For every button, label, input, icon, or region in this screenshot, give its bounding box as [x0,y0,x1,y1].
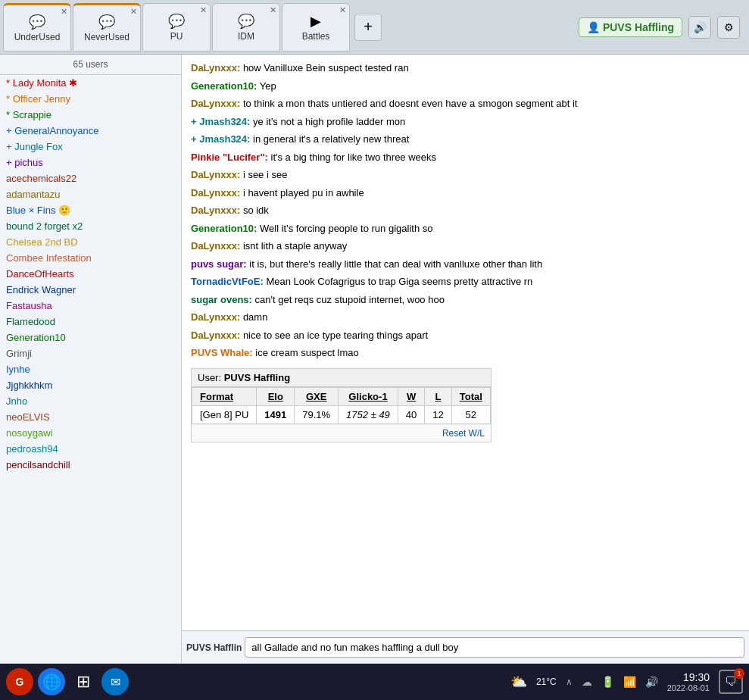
sidebar-user-item[interactable]: Grimji [0,345,181,361]
table-cell: 1491 [257,405,295,423]
table-row: [Gen 8] PU149179.1%1752 ± 49401252 [192,405,491,423]
audio-icon: 🔊 [694,21,707,33]
sidebar-user-item[interactable]: nosoygawi [0,425,181,441]
sidebar-user-item[interactable]: Blue × Fins 🙂 [0,202,181,218]
add-tab-button[interactable]: + [354,14,382,41]
table-header[interactable]: Elo [257,387,295,405]
stats-table-inner: FormatEloGXEGlicko-1WLTotal[Gen 8] PU149… [192,387,491,424]
tab-neverused-icon: 💬 [98,14,115,30]
reset-wl-button[interactable]: Reset W/L [192,424,491,442]
audio-button[interactable]: 🔊 [688,16,711,39]
taskbar: G 🌐 ⊞ ✉ ⛅ 21°C ∧ ☁ 🔋 📶 🔊 19:30 2022-08-0… [0,664,749,700]
sidebar-user-item[interactable]: Flamedood [0,314,181,330]
sidebar-user-item[interactable]: bound 2 forget x2 [0,218,181,234]
tab-idm[interactable]: ✕ 💬 IDM [212,3,280,52]
chat-input-field[interactable] [245,637,744,658]
sidebar-user-item[interactable]: adamantazu [0,186,181,202]
sidebar-user-item[interactable]: Generation10 [0,330,181,345]
sidebar-user-item[interactable]: + pichus [0,155,181,170]
sidebar-user-item[interactable]: + GeneralAnnoyance [0,123,181,139]
table-cell: 1752 ± 49 [339,405,398,423]
sidebar-user-item[interactable]: acechemicals22 [0,170,181,186]
settings-icon: ⚙ [724,21,734,33]
table-header[interactable]: Format [192,387,257,405]
sidebar-user-item[interactable]: DanceOfHearts [0,266,181,282]
chat-message: DaLynxxx: to think a mon thats untiered … [191,96,740,111]
chat-messages: DaLynxxx: how Vanilluxe Bein suspect tes… [182,55,749,630]
tab-underused-close[interactable]: ✕ [61,7,67,17]
sidebar-user-item[interactable]: + Jungle Fox [0,139,181,155]
tab-underused[interactable]: ✕ 💬 UnderUsed [3,3,71,52]
chat-message: sugar ovens: can't get reqs cuz stupoid … [191,292,740,308]
user-icon: 👤 [587,21,600,33]
tab-pu-label: PU [170,31,183,42]
tab-battles[interactable]: ✕ ▶ Battles [282,3,350,52]
tab-underused-label: UnderUsed [14,32,61,42]
sidebar-user-item[interactable]: neoELVIS [0,409,181,425]
sidebar-user-item[interactable]: pencilsandchill [0,457,181,473]
table-header[interactable]: GXE [295,387,339,405]
sidebar-user-item[interactable]: * Officer Jenny [0,91,181,107]
temperature: 21°C [536,677,557,687]
tab-neverused[interactable]: ✕ 💬 NeverUsed [73,3,141,52]
tab-neverused-close[interactable]: ✕ [130,7,137,17]
volume-icon: 🔊 [645,676,658,688]
table-cell: 12 [425,405,451,423]
chat-message: DaLynxxx: i see i see [191,167,740,183]
table-header[interactable]: L [425,387,451,405]
google-icon[interactable]: G [6,668,33,695]
table-header[interactable]: Glicko-1 [339,387,398,405]
tab-battles-label: Battles [302,31,330,42]
main-area: 65 users * Lady Monita ✱* Officer Jenny*… [0,55,749,664]
chat-message: DaLynxxx: nice to see an ice type tearin… [191,328,740,343]
taskbar-right: ⛅ 21°C ∧ ☁ 🔋 📶 🔊 19:30 2022-08-01 🗨 1 [510,670,743,694]
chat-area: DaLynxxx: how Vanilluxe Bein suspect tes… [182,55,749,664]
sidebar-user-item[interactable]: Jnho [0,393,181,409]
chat-message: TornadicVtFoE: Mean Look Cofagrigus to t… [191,274,740,289]
sidebar-user-item[interactable]: Chelsea 2nd BD [0,234,181,250]
sidebar-user-count: 65 users [0,55,181,75]
table-header[interactable]: W [398,387,424,405]
chat-message: puvs sugar: it is, but there's really li… [191,257,740,272]
sidebar-user-item[interactable]: * Scrappie [0,107,181,123]
table-cell: 52 [451,405,490,423]
header-right: 👤 PUVS Haffling 🔊 ⚙ [579,16,746,39]
tab-pu[interactable]: ✕ 💬 PU [142,3,211,52]
settings-button[interactable]: ⚙ [717,16,740,39]
stats-table: User: PUVS HafflingFormatEloGXEGlicko-1W… [191,368,492,442]
sidebar: 65 users * Lady Monita ✱* Officer Jenny*… [0,55,182,664]
sidebar-user-item[interactable]: Jjghkkhkm [0,377,181,393]
tab-battles-icon: ▶ [311,13,321,30]
taskbar-time: 19:30 2022-08-01 [667,671,710,692]
tab-battles-close[interactable]: ✕ [339,5,346,15]
up-arrow: ∧ [566,677,573,687]
sidebar-user-item[interactable]: Endrick Wagner [0,282,181,298]
chat-message: DaLynxxx: isnt lith a staple anyway [191,239,740,254]
windows-icon[interactable]: ⊞ [70,668,97,695]
tab-idm-close[interactable]: ✕ [270,5,276,15]
mail-icon[interactable]: ✉ [101,668,129,695]
chat-message: Generation10: Well it's forcing people t… [191,221,740,236]
chat-message: PUVS Whale: ice cream suspect lmao [191,345,740,361]
sidebar-user-item[interactable]: * Lady Monita ✱ [0,75,181,91]
chat-message: + Jmash324: in general it's a relatively… [191,132,740,147]
chat-input-bar: PUVS Hafflin [182,630,749,664]
chat-message: DaLynxxx: damn [191,310,740,325]
tab-pu-icon: 💬 [168,13,185,30]
tab-pu-close[interactable]: ✕ [200,5,207,15]
sidebar-user-item[interactable]: Combee Infestation [0,250,181,266]
weather-icon: ⛅ [510,673,527,690]
sidebar-user-item[interactable]: Iynhe [0,361,181,377]
sidebar-user-item[interactable]: pedroash94 [0,441,181,457]
chat-message: Generation10: Yep [191,79,740,94]
tab-underused-icon: 💬 [29,14,45,30]
notification-button[interactable]: 🗨 1 [719,670,743,694]
chrome-icon[interactable]: 🌐 [38,668,65,695]
notification-badge: 1 [734,668,744,679]
chat-input-label: PUVS Hafflin [186,642,242,653]
table-header[interactable]: Total [451,387,490,405]
cloud-icon: ☁ [582,676,592,688]
sidebar-user-item[interactable]: Fastausha [0,298,181,314]
table-cell: 79.1% [295,405,339,423]
chat-message: DaLynxxx: i havent played pu in awhile [191,186,740,201]
